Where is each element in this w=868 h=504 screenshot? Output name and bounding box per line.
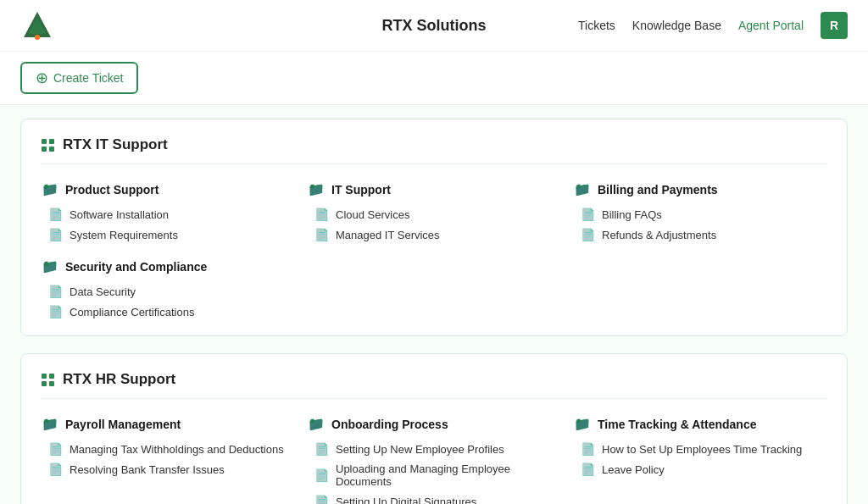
- article-icon: 📄: [48, 462, 63, 476]
- folder-icon: 📁: [42, 416, 58, 432]
- toolbar: ⊕ Create Ticket: [0, 52, 868, 105]
- header: RTX Solutions Tickets Knowledge Base Age…: [0, 0, 868, 52]
- nav-tickets[interactable]: Tickets: [578, 19, 615, 32]
- article-label: Compliance Certifications: [70, 306, 194, 318]
- article-icon: 📄: [581, 442, 595, 456]
- category-time-tracking: 📁Time Tracking & Attendance📄How to Set U…: [574, 416, 826, 504]
- section-card-it-support: RTX IT Support📁Product Support📄Software …: [20, 119, 848, 336]
- list-item[interactable]: 📄Setting Up Digital Signatures: [308, 495, 560, 504]
- article-icon: 📄: [314, 228, 329, 241]
- category-title-it-support-cat: IT Support: [331, 183, 391, 197]
- categories-row2-it-support: 📁Security and Compliance📄Data Security📄C…: [42, 258, 826, 318]
- list-item[interactable]: 📄System Requirements: [42, 228, 294, 241]
- section-header-it-support: RTX IT Support: [42, 136, 826, 164]
- category-header-onboarding-process: 📁Onboarding Process: [308, 416, 560, 432]
- category-header-it-support-cat: 📁IT Support: [308, 181, 560, 197]
- article-label: Setting Up Digital Signatures: [336, 496, 476, 505]
- logo-area: [20, 8, 54, 42]
- article-label: System Requirements: [70, 229, 178, 241]
- app-title: RTX Solutions: [382, 17, 487, 35]
- article-icon: 📄: [581, 208, 595, 221]
- article-label: Billing FAQs: [602, 208, 662, 221]
- article-label: Resolving Bank Transfer Issues: [70, 463, 225, 476]
- folder-icon: 📁: [574, 416, 591, 432]
- list-item[interactable]: 📄Data Security: [42, 285, 294, 298]
- list-item[interactable]: 📄Compliance Certifications: [42, 305, 294, 318]
- article-label: Software Installation: [70, 208, 169, 221]
- list-item[interactable]: 📄Software Installation: [42, 208, 294, 221]
- category-billing-payments: 📁Billing and Payments📄Billing FAQs📄Refun…: [574, 181, 826, 241]
- article-icon: 📄: [48, 305, 63, 318]
- create-ticket-label: Create Ticket: [53, 71, 123, 85]
- categories-row-hr-support: 📁Payroll Management📄Managing Tax Withhol…: [42, 416, 826, 504]
- category-security-compliance: 📁Security and Compliance📄Data Security📄C…: [42, 258, 294, 318]
- folder-icon: 📁: [574, 181, 591, 197]
- article-label: Managed IT Services: [336, 229, 440, 241]
- category-payroll-management: 📁Payroll Management📄Managing Tax Withhol…: [42, 416, 294, 504]
- category-title-onboarding-process: Onboarding Process: [331, 418, 448, 431]
- category-title-product-support: Product Support: [65, 183, 159, 197]
- section-card-hr-support: RTX HR Support📁Payroll Management📄Managi…: [20, 353, 848, 504]
- main-nav: Tickets Knowledge Base Agent Portal R: [578, 12, 848, 39]
- category-header-payroll-management: 📁Payroll Management: [42, 416, 294, 432]
- section-grid-icon: [42, 374, 54, 386]
- article-icon: 📄: [581, 462, 595, 476]
- article-label: Refunds & Adjustments: [602, 229, 716, 241]
- folder-icon: 📁: [308, 416, 325, 432]
- article-label: Cloud Services: [336, 208, 409, 221]
- create-ticket-button[interactable]: ⊕ Create Ticket: [20, 62, 138, 94]
- list-item[interactable]: 📄Leave Policy: [574, 462, 826, 476]
- article-label: Leave Policy: [602, 463, 665, 476]
- category-title-security-compliance: Security and Compliance: [65, 260, 207, 274]
- category-title-billing-payments: Billing and Payments: [598, 183, 718, 197]
- list-item[interactable]: 📄Cloud Services: [308, 208, 560, 221]
- article-icon: 📄: [314, 495, 329, 504]
- section-title-hr-support: RTX HR Support: [63, 371, 175, 388]
- article-icon: 📄: [48, 285, 63, 298]
- category-title-payroll-management: Payroll Management: [65, 418, 181, 431]
- category-it-support-cat: 📁IT Support📄Cloud Services📄Managed IT Se…: [308, 181, 560, 241]
- category-title-time-tracking: Time Tracking & Attendance: [598, 418, 757, 431]
- category-product-support: 📁Product Support📄Software Installation📄S…: [42, 181, 294, 241]
- main-content: RTX IT Support📁Product Support📄Software …: [0, 105, 868, 504]
- article-label: Data Security: [70, 285, 136, 298]
- list-item[interactable]: 📄Resolving Bank Transfer Issues: [42, 462, 294, 476]
- category-onboarding-process: 📁Onboarding Process📄Setting Up New Emplo…: [308, 416, 560, 504]
- article-label: Managing Tax Withholdings and Deductions: [70, 443, 284, 456]
- article-icon: 📄: [48, 228, 63, 241]
- section-title-it-support: RTX IT Support: [63, 136, 168, 153]
- category-header-time-tracking: 📁Time Tracking & Attendance: [574, 416, 826, 432]
- article-icon: 📄: [581, 228, 595, 241]
- section-grid-icon: [42, 139, 54, 152]
- svg-point-2: [35, 35, 40, 40]
- user-avatar[interactable]: R: [821, 12, 848, 39]
- plus-icon: ⊕: [36, 70, 48, 86]
- folder-icon: 📁: [308, 181, 325, 197]
- list-item[interactable]: 📄Managing Tax Withholdings and Deduction…: [42, 442, 294, 456]
- logo-icon: [20, 8, 54, 42]
- article-icon: 📄: [314, 442, 329, 456]
- category-header-product-support: 📁Product Support: [42, 181, 294, 197]
- article-label: Uploading and Managing Employee Document…: [336, 462, 560, 488]
- list-item[interactable]: 📄Managed IT Services: [308, 228, 560, 241]
- list-item[interactable]: 📄Uploading and Managing Employee Documen…: [308, 462, 560, 488]
- list-item[interactable]: 📄How to Set Up Employees Time Tracking: [574, 442, 826, 456]
- folder-icon: 📁: [42, 181, 58, 197]
- list-item[interactable]: 📄Billing FAQs: [574, 208, 826, 221]
- article-label: How to Set Up Employees Time Tracking: [602, 443, 802, 456]
- article-icon: 📄: [48, 442, 63, 456]
- category-header-security-compliance: 📁Security and Compliance: [42, 258, 294, 274]
- categories-row-it-support: 📁Product Support📄Software Installation📄S…: [42, 181, 826, 241]
- section-header-hr-support: RTX HR Support: [42, 371, 826, 399]
- nav-agent-portal[interactable]: Agent Portal: [738, 19, 804, 32]
- list-item[interactable]: 📄Refunds & Adjustments: [574, 228, 826, 241]
- article-icon: 📄: [314, 468, 329, 482]
- folder-icon: 📁: [42, 258, 58, 274]
- article-label: Setting Up New Employee Profiles: [336, 443, 504, 456]
- article-icon: 📄: [48, 208, 63, 221]
- nav-knowledge-base[interactable]: Knowledge Base: [632, 19, 721, 32]
- list-item[interactable]: 📄Setting Up New Employee Profiles: [308, 442, 560, 456]
- article-icon: 📄: [314, 208, 329, 221]
- category-header-billing-payments: 📁Billing and Payments: [574, 181, 826, 197]
